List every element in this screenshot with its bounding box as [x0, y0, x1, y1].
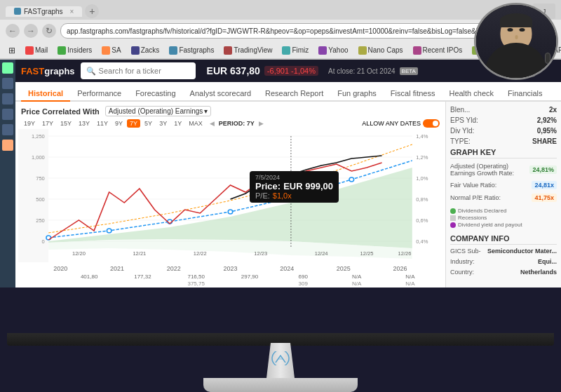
- stand-base: [203, 378, 358, 392]
- period-1y[interactable]: 1Y: [171, 119, 184, 128]
- ticker-date: At close: 21 Oct 2024: [328, 67, 396, 75]
- stand-neck: [266, 343, 295, 378]
- tab-financials[interactable]: Financials: [501, 86, 550, 102]
- val-r2-c3: 375,75: [170, 281, 223, 287]
- val-r2-c7: N/A: [384, 281, 437, 287]
- svg-point-27: [288, 172, 295, 177]
- bookmark-tradingview[interactable]: TradingView: [221, 46, 275, 55]
- period-19y[interactable]: 19Y: [21, 119, 38, 128]
- period-9y[interactable]: 9Y: [112, 119, 126, 128]
- allow-dates-switch[interactable]: [423, 119, 440, 128]
- svg-text:12/23: 12/23: [254, 250, 267, 257]
- allow-dates-toggle[interactable]: ALLOW ANY DATES: [362, 119, 440, 128]
- back-button[interactable]: ←: [6, 24, 20, 38]
- bookmark-fastgraphs[interactable]: Fastgraphs: [166, 46, 217, 55]
- bookmark-sa[interactable]: SA: [99, 46, 123, 55]
- period-11y[interactable]: 11Y: [94, 119, 111, 128]
- type-label: TYPE:: [450, 137, 471, 145]
- val-r2-c5: 309: [276, 281, 330, 287]
- tab-forecasting[interactable]: Forecasting: [128, 86, 182, 102]
- chart-year-header: 2020 2021 2022 2023 2024 2025 2026: [18, 264, 442, 273]
- chart-svg-container: 1,250 1,000 750 500 250 0 1,4% 1,2% 1,0%…: [18, 129, 442, 262]
- fg-search-box[interactable]: 🔍: [81, 62, 196, 79]
- period-17y[interactable]: 17Y: [39, 119, 56, 128]
- val-r1-c3: 716,50: [170, 273, 223, 280]
- tab-historical[interactable]: Historical: [21, 86, 70, 102]
- tab-health-check[interactable]: Health check: [442, 86, 501, 102]
- eps-yield-label: EPS Yld:: [450, 116, 478, 124]
- svg-text:0: 0: [42, 238, 45, 245]
- period-7y[interactable]: 7Y: [127, 119, 140, 128]
- country-label: Country:: [450, 269, 474, 276]
- refresh-button[interactable]: ↻: [42, 24, 56, 38]
- bookmark-insiders[interactable]: Insiders: [55, 46, 95, 55]
- fair-value-value: 24,81x: [532, 181, 557, 189]
- svg-point-25: [349, 177, 353, 182]
- allow-dates-label: ALLOW ANY DATES: [362, 120, 421, 127]
- period-controls: 19Y 17Y 15Y 13Y 11Y 9Y 7Y 5Y 3Y 1Y MAX ◀…: [18, 118, 442, 129]
- val-r1-c6: N/A: [330, 273, 383, 280]
- bookmark-mail[interactable]: Mail: [22, 46, 50, 55]
- earnings-dropdown[interactable]: Adjusted (Operating) Earnings ▾: [105, 106, 212, 116]
- chart-main: Price Correlated With Adjusted (Operatin…: [15, 102, 445, 288]
- ticker-info: EUR 637,80 -6,901 -1,04% At close: 21 Oc…: [201, 61, 424, 81]
- dividends-dot: [450, 208, 456, 214]
- tab-fiscal-fitness[interactable]: Fiscal fitness: [384, 86, 442, 102]
- sidebar-icon-2[interactable]: [2, 93, 13, 104]
- search-icon: 🔍: [86, 67, 96, 76]
- tab-fun-graphs[interactable]: Fun graphs: [330, 86, 384, 102]
- key-normal-pe: Normal P/E Ratio: 41,75x: [450, 194, 557, 202]
- bookmark-nano[interactable]: Nano Caps: [356, 46, 406, 55]
- beta-badge: BETA: [400, 67, 418, 75]
- price-correlated-label: Price Correlated With: [21, 107, 100, 116]
- period-13y[interactable]: 13Y: [76, 119, 93, 128]
- sidebar-icon-active[interactable]: [2, 140, 13, 151]
- svg-text:12/24: 12/24: [315, 250, 328, 257]
- sidebar-icon-1[interactable]: [2, 78, 13, 89]
- val-row1-label: [24, 273, 62, 280]
- svg-text:0,4%: 0,4%: [416, 238, 428, 245]
- bookmark-yahoo[interactable]: Yahoo: [316, 46, 351, 55]
- val-r2-c2: [116, 281, 169, 287]
- val-row2-label: [24, 281, 62, 287]
- bookmark-apps[interactable]: ⊞: [6, 45, 18, 56]
- tab-research-report[interactable]: Research Report: [258, 86, 330, 102]
- bookmark-fimiz[interactable]: Fimiz: [279, 46, 311, 55]
- industry-value: Equi...: [538, 258, 557, 265]
- nose: [515, 35, 518, 39]
- bookmark-recent-ipos[interactable]: Recent IPOs: [410, 46, 466, 55]
- svg-point-21: [107, 229, 111, 233]
- nav-tabs: Historical Performance Forecasting Analy…: [15, 82, 561, 102]
- svg-text:500: 500: [36, 196, 45, 203]
- earnings-growth-label: Adjusted (Operating)Earnings Growth Rate…: [450, 163, 514, 177]
- svg-text:1,000: 1,000: [32, 154, 45, 161]
- forward-button[interactable]: →: [24, 24, 38, 38]
- period-max[interactable]: MAX: [186, 119, 205, 128]
- browser-tab-label: FASTgraphs: [24, 8, 63, 15]
- metrics-blended: Blen... 2x: [450, 106, 557, 114]
- svg-text:1,2%: 1,2%: [416, 154, 428, 161]
- ticker-search-input[interactable]: [99, 67, 190, 75]
- bookmark-zacks[interactable]: Zacks: [128, 46, 163, 55]
- period-nav-right[interactable]: ▶: [259, 120, 264, 127]
- value-row-1: 401,80 177,32 716,50 297,90 690 N/A N/A: [18, 273, 442, 281]
- tab-performance[interactable]: Performance: [70, 86, 128, 102]
- sidebar-icon-3[interactable]: [2, 109, 13, 120]
- tab-analyst-scorecard[interactable]: Analyst scorecard: [183, 86, 258, 102]
- period-15y[interactable]: 15Y: [58, 119, 74, 128]
- period-3y[interactable]: 3Y: [156, 119, 170, 128]
- period-5y[interactable]: 5Y: [142, 119, 155, 128]
- ticker-symbol: EUR 637,80: [207, 65, 260, 76]
- sidebar-home-icon[interactable]: [2, 62, 13, 74]
- val-r1-c7: N/A: [384, 273, 437, 280]
- gics-value: Semiconductor Mater...: [487, 248, 557, 255]
- period-nav-left[interactable]: ◀: [210, 120, 215, 127]
- blended-value: 2x: [549, 106, 557, 114]
- new-tab-button[interactable]: +: [85, 4, 99, 18]
- right-panel: Blen... 2x EPS Yld: 2,92% Div Yld: 0,95%…: [445, 102, 561, 288]
- graph-key-title: GRAPH KEY: [450, 148, 557, 158]
- legend-dividend-yield: Dividend yield and payout: [450, 222, 557, 228]
- ticker-change: -6,901 -1,04%: [264, 66, 318, 76]
- sidebar-icon-4[interactable]: [2, 124, 13, 135]
- year-2025: 2025: [337, 265, 351, 272]
